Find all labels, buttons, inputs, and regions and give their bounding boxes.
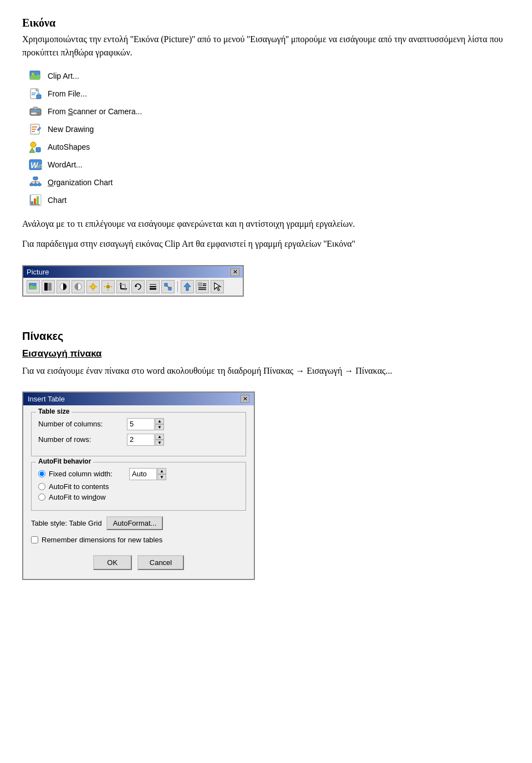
- tb-compress-button[interactable]: [161, 280, 175, 293]
- clip-art-label: Clip Art...: [48, 72, 79, 80]
- scanner-icon: [28, 104, 43, 119]
- num-rows-label: Number of rows:: [38, 435, 127, 444]
- autofit-window-label: AutoFit to window: [49, 493, 106, 501]
- svg-rect-35: [34, 199, 36, 205]
- new-drawing-icon: [28, 121, 43, 137]
- table-size-group-title: Table size: [36, 408, 71, 415]
- fixed-col-input[interactable]: [129, 468, 157, 480]
- insert-table-dialog-body: Table size Number of columns: ▲ ▼: [23, 405, 254, 579]
- list-item-wordart[interactable]: W Art WordArt...: [28, 157, 510, 172]
- dialog-buttons-row: OK Cancel: [31, 552, 246, 572]
- autofit-contents-radio-row: AutoFit to contents: [38, 482, 239, 491]
- fixed-col-spinner-buttons: ▲ ▼: [157, 468, 166, 480]
- remember-dimensions-label: Remember dimensions for new tables: [42, 536, 162, 544]
- tb-color-button[interactable]: [42, 280, 55, 293]
- autofit-window-radio[interactable]: [38, 494, 45, 501]
- tb-brightness-down-button[interactable]: [101, 280, 115, 293]
- num-columns-row: Number of columns: ▲ ▼: [38, 418, 239, 430]
- chart-label: Chart: [48, 196, 66, 205]
- num-columns-input[interactable]: [127, 418, 155, 430]
- tb-more-contrast-button[interactable]: [57, 280, 70, 293]
- svg-rect-12: [33, 107, 38, 109]
- svg-rect-64: [168, 287, 171, 290]
- svg-rect-41: [44, 283, 48, 291]
- chart-icon: [28, 192, 43, 208]
- list-item-org-chart[interactable]: Organization Chart: [28, 175, 510, 190]
- tb-less-contrast-button[interactable]: [71, 280, 85, 293]
- fixed-column-radio-row: Fixed column width: ▲ ▼: [38, 468, 239, 480]
- tb-color-fill-button[interactable]: [181, 280, 194, 293]
- autoshapes-icon: [28, 139, 43, 155]
- svg-rect-19: [36, 147, 40, 152]
- num-columns-spinner[interactable]: ▲ ▼: [127, 418, 164, 430]
- tb-insert-picture-button[interactable]: [27, 280, 40, 293]
- toolbar-separator: [177, 281, 178, 292]
- svg-rect-42: [48, 283, 52, 291]
- fixed-col-down-button[interactable]: ▼: [157, 474, 166, 480]
- autofit-group: AutoFit behavior Fixed column width: ▲ ▼: [31, 462, 246, 511]
- org-chart-icon: [28, 175, 43, 190]
- list-item-scanner[interactable]: From Scanner or Camera...: [28, 104, 510, 119]
- picture-toolbar-titlebar: Picture ✕: [23, 266, 243, 278]
- insert-table-titlebar: Insert Table ✕: [23, 393, 254, 405]
- insert-table-dialog-title: Insert Table: [28, 395, 65, 403]
- num-rows-spinner[interactable]: ▲ ▼: [127, 434, 164, 446]
- svg-rect-24: [33, 177, 38, 180]
- tb-text-wrapping-button[interactable]: [196, 280, 209, 293]
- new-drawing-label: New Drawing: [48, 125, 94, 134]
- fixed-col-up-button[interactable]: ▲: [157, 468, 166, 474]
- svg-marker-59: [135, 285, 137, 287]
- svg-rect-32: [38, 184, 41, 186]
- svg-rect-7: [37, 95, 41, 99]
- num-columns-down-button[interactable]: ▼: [155, 424, 164, 430]
- insert-table-subheading: Εισαγωγή πίνακα: [22, 348, 510, 359]
- ok-button[interactable]: OK: [93, 555, 132, 570]
- wordart-icon: W Art: [28, 157, 43, 172]
- num-rows-down-button[interactable]: ▼: [155, 440, 164, 446]
- picture-toolbar-title: Picture: [27, 268, 49, 276]
- fixed-col-spinner[interactable]: ▲ ▼: [129, 468, 166, 480]
- autofit-group-title: AutoFit behavior: [36, 457, 93, 465]
- remember-dimensions-checkbox[interactable]: [31, 536, 38, 543]
- tb-brightness-up-button[interactable]: [86, 280, 100, 293]
- intro-paragraph: Χρησιμοποιώντας την εντολή ''Εικόνα (Pic…: [22, 33, 510, 59]
- list-item-new-drawing[interactable]: New Drawing: [28, 121, 510, 137]
- table-size-group: Table size Number of columns: ▲ ▼: [31, 412, 246, 456]
- tb-crop-button[interactable]: [116, 280, 130, 293]
- svg-rect-67: [198, 283, 202, 286]
- svg-point-18: [30, 142, 36, 147]
- insert-table-close-button[interactable]: ✕: [241, 395, 249, 403]
- num-columns-label: Number of columns:: [38, 420, 127, 428]
- svg-point-2: [32, 73, 34, 75]
- num-columns-spinner-buttons: ▲ ▼: [155, 418, 164, 430]
- picture-toolbar-window: Picture ✕: [22, 265, 244, 297]
- svg-marker-72: [214, 283, 221, 291]
- autofit-contents-radio[interactable]: [38, 483, 45, 490]
- svg-rect-11: [31, 113, 37, 114]
- tb-rotate-button[interactable]: [131, 280, 145, 293]
- list-item-clip-art[interactable]: Clip Art...: [28, 68, 510, 84]
- list-item-autoshapes[interactable]: AutoShapes: [28, 139, 510, 155]
- insert-table-body-text: Για να εισάγουμε έναν πίνακα στο word ακ…: [22, 364, 510, 378]
- tb-select-objects-button[interactable]: [211, 280, 224, 293]
- svg-rect-36: [37, 196, 39, 205]
- page-title: Εικόνα: [22, 17, 510, 29]
- picture-toolbar-close-button[interactable]: ✕: [231, 268, 239, 276]
- cancel-button[interactable]: Cancel: [137, 555, 184, 570]
- num-rows-row: Number of rows: ▲ ▼: [38, 434, 239, 446]
- num-rows-input[interactable]: [127, 434, 155, 446]
- tb-line-style-button[interactable]: [146, 280, 160, 293]
- list-item-chart[interactable]: Chart: [28, 192, 510, 208]
- num-rows-up-button[interactable]: ▲: [155, 434, 164, 440]
- num-columns-up-button[interactable]: ▲: [155, 418, 164, 424]
- autoformat-button[interactable]: AutoFormat...: [106, 516, 163, 530]
- insert-table-dialog-container: Insert Table ✕ Table size Number of colu…: [22, 391, 255, 580]
- num-rows-spinner-buttons: ▲ ▼: [155, 434, 164, 446]
- scanner-label: From Scanner or Camera...: [48, 107, 142, 116]
- remember-dimensions-row: Remember dimensions for new tables: [31, 536, 246, 544]
- svg-marker-66: [184, 283, 191, 291]
- list-item-from-file[interactable]: From File...: [28, 86, 510, 101]
- table-style-row: Table style: Table Grid AutoFormat...: [31, 516, 246, 530]
- fixed-column-radio[interactable]: [38, 470, 45, 477]
- picture-toolbar-container: Picture ✕: [22, 265, 244, 297]
